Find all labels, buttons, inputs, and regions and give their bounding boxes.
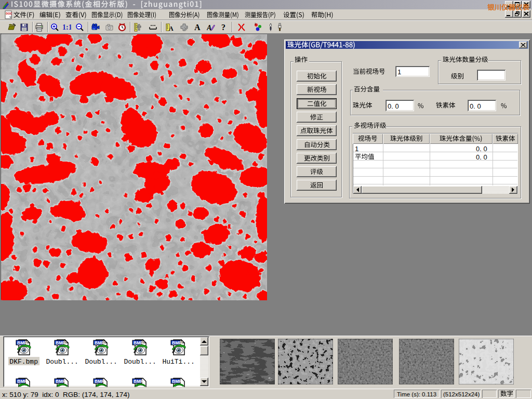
svg-text:BMP: BMP xyxy=(56,379,65,384)
svg-text:BMP: BMP xyxy=(134,379,143,384)
svg-text:1: 1 xyxy=(255,23,256,25)
svg-text:1:1: 1:1 xyxy=(62,23,71,31)
svg-text:A: A xyxy=(194,23,201,32)
svg-text:BMP: BMP xyxy=(172,379,182,384)
svg-text:BMP: BMP xyxy=(95,379,104,384)
svg-text:A: A xyxy=(169,25,174,32)
svg-text:DOC: DOC xyxy=(6,12,12,15)
svg-text:?: ? xyxy=(221,23,225,32)
svg-text:BMP: BMP xyxy=(17,379,27,384)
